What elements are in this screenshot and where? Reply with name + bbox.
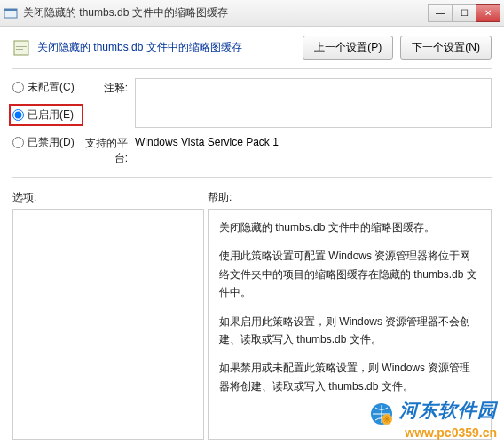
close-button[interactable]: ✕	[476, 4, 500, 22]
radio-not-configured-input[interactable]	[12, 82, 24, 93]
radio-disabled[interactable]: 已禁用(D)	[12, 135, 83, 150]
divider	[12, 68, 492, 69]
radio-enabled[interactable]: 已启用(E)	[9, 104, 83, 126]
svg-rect-4	[16, 46, 27, 47]
svg-rect-5	[16, 49, 23, 50]
radio-not-configured[interactable]: 未配置(C)	[12, 80, 83, 95]
window-controls: — ☐ ✕	[429, 4, 500, 22]
platform-label: 支持的平台:	[83, 133, 135, 166]
next-setting-button[interactable]: 下一个设置(N)	[400, 36, 492, 60]
page-title: 关闭隐藏的 thumbs.db 文件中的缩略图缓存	[37, 40, 303, 55]
radio-enabled-input[interactable]	[12, 109, 24, 121]
help-text: 如果启用此策略设置，则 Windows 资源管理器不会创建、读取或写入 thum…	[219, 313, 480, 349]
radio-not-configured-label: 未配置(C)	[28, 80, 75, 95]
policy-icon	[12, 39, 30, 57]
radio-enabled-label: 已启用(E)	[28, 107, 74, 123]
svg-rect-3	[16, 44, 27, 44]
window-title: 关闭隐藏的 thumbs.db 文件中的缩略图缓存	[23, 5, 429, 20]
titlebar: 关闭隐藏的 thumbs.db 文件中的缩略图缓存 — ☐ ✕	[0, 0, 504, 27]
options-label: 选项:	[12, 190, 208, 205]
watermark: 河东软件园 www.pc0359.cn	[370, 398, 497, 440]
svg-rect-1	[4, 9, 17, 11]
help-label: 帮助:	[208, 190, 232, 205]
watermark-name: 河东软件园	[399, 400, 497, 420]
radio-disabled-input[interactable]	[12, 137, 24, 148]
minimize-button[interactable]: —	[428, 4, 453, 22]
watermark-url: www.pc0359.cn	[370, 425, 497, 440]
comment-textarea[interactable]	[135, 78, 492, 128]
maximize-button[interactable]: ☐	[452, 4, 476, 22]
platform-value: Windows Vista Service Pack 1	[135, 133, 492, 166]
divider	[12, 177, 492, 178]
radio-disabled-label: 已禁用(D)	[28, 135, 75, 150]
options-pane	[12, 209, 204, 440]
help-text: 使用此策略设置可配置 Windows 资源管理器将位于网络文件夹中的项目的缩略图…	[219, 247, 480, 301]
app-icon	[4, 6, 18, 20]
globe-icon	[370, 402, 393, 425]
state-radios: 未配置(C) 已启用(E) 已禁用(D)	[12, 78, 83, 171]
comment-label: 注释:	[83, 78, 135, 128]
help-text: 关闭隐藏的 thumbs.db 文件中的缩略图缓存。	[219, 219, 480, 236]
header-row: 关闭隐藏的 thumbs.db 文件中的缩略图缓存 上一个设置(P) 下一个设置…	[0, 27, 504, 68]
help-text: 如果禁用或未配置此策略设置，则 Windows 资源管理器将创建、读取或写入 t…	[219, 359, 480, 395]
svg-rect-2	[14, 41, 28, 55]
prev-setting-button[interactable]: 上一个设置(P)	[303, 36, 393, 60]
